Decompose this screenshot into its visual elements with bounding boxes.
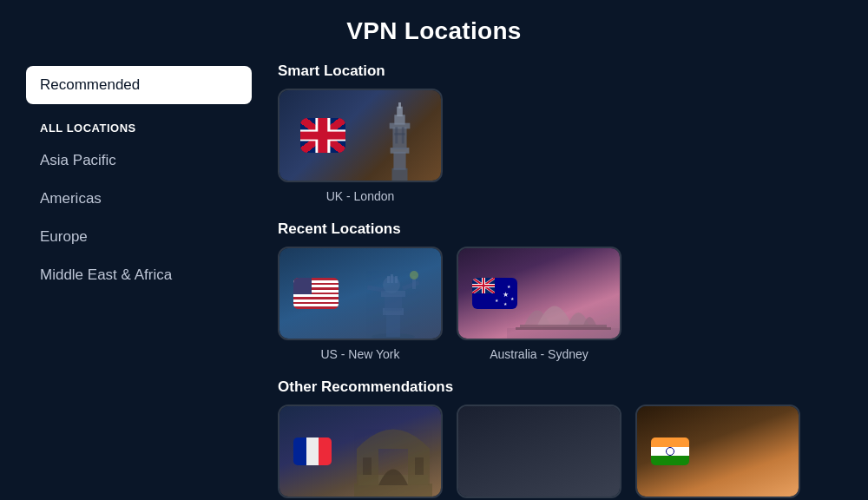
location-card-other-2[interactable] [457, 405, 621, 498]
us-card-background [279, 248, 441, 339]
other-recommendations-cards [278, 405, 842, 498]
au-sydney-label: Australia - Sydney [490, 347, 589, 361]
other-2-card-background [458, 406, 620, 497]
uk-flag-icon [300, 118, 345, 153]
svg-rect-9 [402, 127, 404, 143]
france-card-image [278, 405, 443, 498]
smart-location-cards: UK - London [278, 89, 842, 203]
sidebar-item-recommended[interactable]: Recommended [26, 66, 252, 104]
svg-text:★: ★ [495, 298, 499, 303]
location-card-uk-london[interactable]: UK - London [278, 89, 443, 203]
recent-locations-cards: US - New York [278, 247, 842, 361]
uk-flag [300, 118, 345, 153]
svg-rect-12 [386, 312, 400, 337]
india-card-background [637, 406, 799, 497]
location-card-france[interactable] [278, 405, 443, 498]
page-title: VPN Locations [26, 17, 842, 45]
smart-location-section: Smart Location [278, 62, 842, 203]
svg-rect-0 [392, 168, 408, 181]
svg-rect-17 [367, 286, 385, 293]
svg-rect-40 [516, 327, 611, 330]
svg-rect-23 [395, 276, 398, 283]
uk-london-card-image [278, 89, 443, 182]
sidebar-item-americas[interactable]: Americas [26, 181, 252, 216]
app-container: VPN Locations Recommended ALL LOCATIONS … [0, 0, 868, 500]
india-flag-icon [651, 438, 689, 465]
svg-rect-1 [393, 152, 405, 170]
sidebar-item-europe[interactable]: Europe [26, 220, 252, 254]
svg-rect-8 [395, 127, 398, 143]
arc-triomphe-icon [350, 410, 437, 497]
sidebar: Recommended ALL LOCATIONS Asia Pacific A… [26, 62, 252, 498]
svg-rect-32 [483, 278, 484, 293]
svg-rect-21 [387, 276, 390, 283]
content-layout: Recommended ALL LOCATIONS Asia Pacific A… [26, 62, 842, 498]
location-card-india[interactable] [635, 405, 800, 498]
au-sydney-card-image: ★ ★ ★ ★ ★ [457, 247, 621, 340]
statue-of-liberty-icon [358, 252, 428, 339]
us-newyork-card-image [278, 247, 443, 340]
location-card-australia-sydney[interactable]: ★ ★ ★ ★ ★ [457, 247, 621, 361]
opera-house-icon [507, 278, 620, 339]
au-card-background: ★ ★ ★ ★ ★ [458, 248, 620, 339]
main-content: Smart Location [278, 62, 842, 498]
other-recommendations-section: Other Recommendations [278, 378, 842, 498]
svg-point-19 [410, 271, 418, 280]
location-card-us-newyork[interactable]: US - New York [278, 247, 443, 361]
svg-rect-45 [363, 457, 372, 475]
india-card-image [635, 405, 800, 498]
svg-rect-14 [385, 295, 402, 311]
svg-rect-22 [391, 274, 393, 283]
recent-locations-section: Recent Locations [278, 220, 842, 361]
svg-rect-7 [398, 102, 401, 109]
other-recommendations-title: Other Recommendations [278, 378, 842, 396]
fr-flag-icon [293, 438, 332, 465]
sidebar-item-middle-east-africa[interactable]: Middle East & Africa [26, 258, 252, 293]
svg-rect-3 [392, 127, 406, 149]
uk-london-label: UK - London [326, 189, 395, 203]
uk-card-background [279, 90, 441, 181]
big-ben-icon [376, 102, 424, 181]
svg-rect-16 [402, 280, 420, 291]
smart-location-title: Smart Location [278, 62, 842, 80]
us-newyork-label: US - New York [320, 347, 399, 361]
sidebar-all-locations-header: ALL LOCATIONS [26, 113, 252, 140]
svg-rect-46 [415, 457, 424, 475]
sidebar-item-asia-pacific[interactable]: Asia Pacific [26, 143, 252, 178]
recent-locations-title: Recent Locations [278, 220, 842, 238]
svg-rect-10 [394, 133, 404, 135]
svg-rect-41 [354, 484, 432, 497]
other-2-card-image [457, 405, 621, 498]
us-flag-icon [293, 278, 339, 309]
fr-card-background [279, 406, 441, 497]
